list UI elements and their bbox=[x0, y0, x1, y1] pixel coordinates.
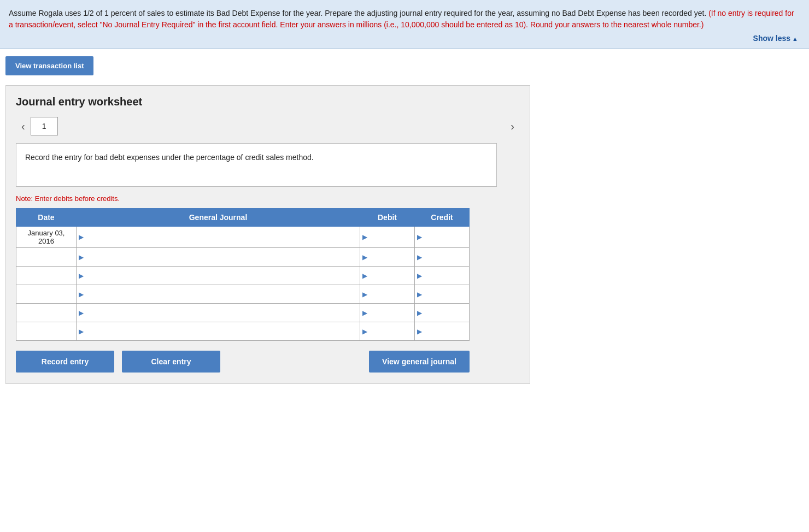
journal-input[interactable] bbox=[85, 227, 360, 247]
table-row: January 03, 2016▶▶▶ bbox=[16, 227, 470, 248]
current-tab: 1 bbox=[31, 117, 58, 135]
date-cell bbox=[16, 304, 77, 322]
instruction-box: Assume Rogala uses 1/2 of 1 percent of s… bbox=[0, 0, 809, 49]
credit-cell[interactable]: ▶ bbox=[415, 304, 470, 322]
journal-table: Date General Journal Debit Credit Januar… bbox=[16, 208, 470, 341]
debit-input[interactable] bbox=[368, 227, 414, 247]
show-less-label: Show less bbox=[753, 34, 790, 43]
credit-input[interactable] bbox=[423, 248, 469, 266]
table-row: ▶▶▶ bbox=[16, 304, 470, 322]
debit-input[interactable] bbox=[368, 267, 414, 285]
debit-cell[interactable]: ▶ bbox=[360, 227, 415, 248]
debit-cell[interactable]: ▶ bbox=[360, 285, 415, 304]
journal-cell[interactable]: ▶ bbox=[77, 304, 360, 322]
journal-input[interactable] bbox=[85, 285, 360, 303]
debit-input[interactable] bbox=[368, 248, 414, 266]
show-less-arrow-icon: ▲ bbox=[790, 36, 798, 42]
credit-cell[interactable]: ▶ bbox=[415, 285, 470, 304]
record-entry-button[interactable]: Record entry bbox=[16, 351, 114, 373]
table-row: ▶▶▶ bbox=[16, 322, 470, 341]
journal-cell[interactable]: ▶ bbox=[77, 285, 360, 304]
instruction-black-text: Assume Rogala uses 1/2 of 1 percent of s… bbox=[9, 9, 706, 17]
journal-cell[interactable]: ▶ bbox=[77, 248, 360, 267]
note-text: Note: Enter debits before credits. bbox=[16, 194, 520, 203]
arrow-icon: ▶ bbox=[417, 291, 422, 298]
worksheet-container: Journal entry worksheet ‹ 1 › Record the… bbox=[5, 85, 530, 384]
journal-cell[interactable]: ▶ bbox=[77, 227, 360, 248]
date-cell bbox=[16, 322, 77, 341]
date-cell: January 03, 2016 bbox=[16, 227, 77, 248]
description-text: Record the entry for bad debt expenses u… bbox=[25, 153, 314, 162]
worksheet-title: Journal entry worksheet bbox=[16, 96, 520, 108]
arrow-icon: ▶ bbox=[79, 309, 84, 317]
arrow-icon: ▶ bbox=[417, 253, 422, 261]
credit-cell[interactable]: ▶ bbox=[415, 227, 470, 248]
journal-input[interactable] bbox=[85, 304, 360, 322]
arrow-icon: ▶ bbox=[362, 272, 367, 280]
credit-input[interactable] bbox=[423, 227, 469, 247]
date-cell bbox=[16, 267, 77, 285]
arrow-icon: ▶ bbox=[417, 309, 422, 317]
header-date: Date bbox=[16, 209, 77, 227]
arrow-icon: ▶ bbox=[417, 233, 422, 241]
credit-cell[interactable]: ▶ bbox=[415, 322, 470, 341]
credit-cell[interactable]: ▶ bbox=[415, 267, 470, 285]
journal-input[interactable] bbox=[85, 267, 360, 285]
description-box: Record the entry for bad debt expenses u… bbox=[16, 143, 497, 187]
arrow-icon: ▶ bbox=[362, 253, 367, 261]
debit-cell[interactable]: ▶ bbox=[360, 248, 415, 267]
arrow-icon: ▶ bbox=[79, 272, 84, 280]
arrow-icon: ▶ bbox=[362, 291, 367, 298]
journal-cell[interactable]: ▶ bbox=[77, 322, 360, 341]
next-tab-button[interactable]: › bbox=[505, 117, 520, 135]
view-transaction-button[interactable]: View transaction list bbox=[5, 56, 93, 75]
debit-input[interactable] bbox=[368, 322, 414, 340]
arrow-icon: ▶ bbox=[79, 233, 84, 241]
view-general-journal-button[interactable]: View general journal bbox=[369, 351, 470, 373]
buttons-row: Record entry Clear entry View general jo… bbox=[16, 351, 470, 373]
arrow-icon: ▶ bbox=[362, 309, 367, 317]
clear-entry-button[interactable]: Clear entry bbox=[122, 351, 220, 373]
table-row: ▶▶▶ bbox=[16, 267, 470, 285]
header-credit: Credit bbox=[415, 209, 470, 227]
arrow-icon: ▶ bbox=[79, 328, 84, 335]
nav-row: ‹ 1 › bbox=[16, 117, 520, 135]
debit-cell[interactable]: ▶ bbox=[360, 304, 415, 322]
credit-input[interactable] bbox=[423, 285, 469, 303]
journal-input[interactable] bbox=[85, 248, 360, 266]
journal-input[interactable] bbox=[85, 322, 360, 340]
arrow-icon: ▶ bbox=[417, 328, 422, 335]
header-journal: General Journal bbox=[77, 209, 360, 227]
credit-input[interactable] bbox=[423, 322, 469, 340]
date-cell bbox=[16, 248, 77, 267]
arrow-icon: ▶ bbox=[417, 272, 422, 280]
credit-input[interactable] bbox=[423, 267, 469, 285]
debit-cell[interactable]: ▶ bbox=[360, 267, 415, 285]
header-debit: Debit bbox=[360, 209, 415, 227]
journal-cell[interactable]: ▶ bbox=[77, 267, 360, 285]
arrow-icon: ▶ bbox=[79, 253, 84, 261]
table-row: ▶▶▶ bbox=[16, 285, 470, 304]
debit-input[interactable] bbox=[368, 285, 414, 303]
debit-input[interactable] bbox=[368, 304, 414, 322]
prev-tab-button[interactable]: ‹ bbox=[16, 117, 31, 135]
arrow-icon: ▶ bbox=[362, 233, 367, 241]
debit-cell[interactable]: ▶ bbox=[360, 322, 415, 341]
credit-cell[interactable]: ▶ bbox=[415, 248, 470, 267]
arrow-icon: ▶ bbox=[362, 328, 367, 335]
show-less-link[interactable]: Show less ▲ bbox=[9, 34, 800, 43]
table-row: ▶▶▶ bbox=[16, 248, 470, 267]
credit-input[interactable] bbox=[423, 304, 469, 322]
date-cell bbox=[16, 285, 77, 304]
arrow-icon: ▶ bbox=[79, 291, 84, 298]
